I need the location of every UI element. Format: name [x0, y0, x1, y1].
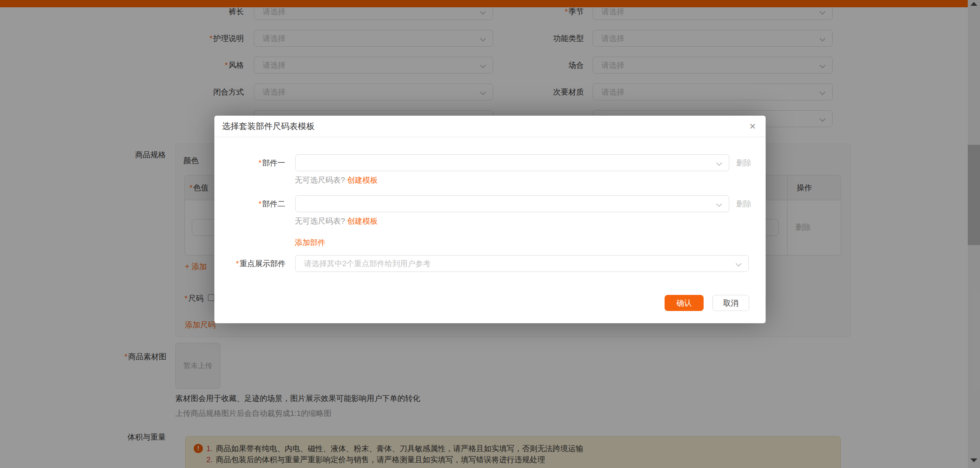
add-part-link[interactable]: 添加部件	[295, 237, 325, 248]
chevron-down-icon	[717, 201, 721, 206]
size-chart-template-modal: 选择套装部件尺码表模板 × *部件一 删除 无可选尺码表? 创建模板 *部件二 …	[214, 116, 766, 323]
modal-header: 选择套装部件尺码表模板 ×	[214, 116, 766, 137]
chevron-down-icon	[736, 261, 741, 266]
close-icon[interactable]: ×	[750, 119, 756, 133]
modal-title: 选择套装部件尺码表模板	[222, 116, 315, 137]
focus-parts-select[interactable]: 请选择其中2个重点部件给到用户参考	[295, 255, 749, 272]
part-two-label: *部件二	[237, 195, 285, 212]
part-one-helper: 无可选尺码表? 创建模板	[295, 175, 378, 185]
create-template-link[interactable]: 创建模板	[347, 217, 378, 225]
cancel-button[interactable]: 取消	[712, 295, 749, 311]
part-one-delete-button[interactable]: 删除	[736, 154, 751, 171]
product-edit-page: 裤长 请选择 *季节 请选择 *护理说明 请选择 功能类型 请选择 *风格 请选…	[0, 0, 980, 468]
part-one-select[interactable]	[295, 154, 729, 171]
required-star: *	[258, 200, 261, 208]
focus-parts-label: *重点展示部件	[222, 255, 286, 272]
create-template-link[interactable]: 创建模板	[347, 176, 378, 184]
confirm-button[interactable]: 确认	[665, 295, 704, 311]
part-two-helper: 无可选尺码表? 创建模板	[295, 216, 378, 226]
part-two-select[interactable]	[295, 195, 729, 212]
chevron-down-icon	[717, 160, 721, 165]
required-star: *	[236, 259, 239, 268]
required-star: *	[258, 159, 261, 167]
part-two-delete-button[interactable]: 删除	[736, 195, 751, 212]
part-one-label: *部件一	[237, 154, 285, 171]
